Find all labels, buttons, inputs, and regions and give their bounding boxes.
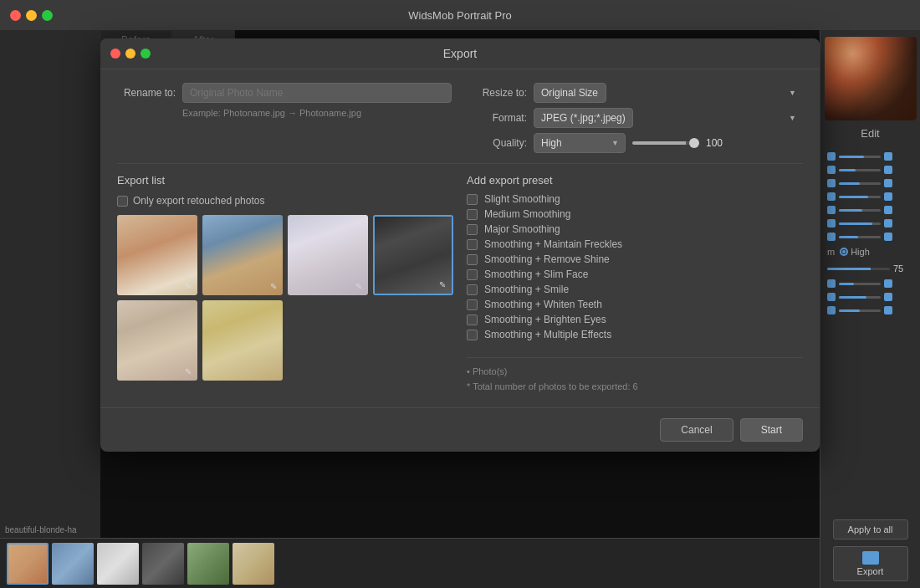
maximize-button[interactable]: [42, 10, 53, 21]
preset-section: Add export preset Slight Smoothing Mediu…: [467, 174, 803, 394]
preset-item-2[interactable]: Major Smoothing: [467, 223, 803, 235]
left-sidebar: beautiful-blonde-ha: [0, 30, 100, 538]
format-row: Format: JPEG (*.jpg;*.jpeg) PNG (*.png) …: [468, 108, 803, 128]
radio-dot: [840, 248, 848, 256]
title-bar: WidsMob Portrait Pro: [0, 0, 920, 30]
slider-icon-10: [827, 306, 836, 314]
dialog-overlay: Export Rename to: Example: Photoname.jpg…: [100, 30, 820, 538]
preset-item-9[interactable]: Smoothing + Multiple Effects: [467, 329, 803, 340]
app-title: WidsMob Portrait Pro: [408, 9, 512, 22]
only-retouched-checkbox[interactable]: [117, 196, 128, 207]
preset-item-4[interactable]: Smoothing + Remove Shine: [467, 253, 803, 265]
quality-form-label: Quality:: [468, 137, 527, 149]
preset-item-8[interactable]: Smoothing + Brighten Eyes: [467, 314, 803, 325]
slider-end-icon-6: [884, 219, 892, 228]
photo-thumb-4[interactable]: ✎: [373, 215, 453, 295]
preset-item-1[interactable]: Medium Smoothing: [467, 208, 803, 220]
photo-grid: ✎ ✎ ✎ ✎: [117, 215, 453, 381]
film-thumb-5[interactable]: [187, 543, 229, 585]
resize-select[interactable]: Original Size 1920x1080 1280x720: [534, 83, 606, 103]
slider-row-3: [820, 176, 920, 190]
preset-item-7[interactable]: Smoothing + Whiten Teeth: [467, 299, 803, 310]
photo-thumb-1[interactable]: ✎: [117, 215, 197, 295]
dialog-minimize-button[interactable]: [125, 49, 135, 59]
preset-checkbox-9[interactable]: [467, 330, 478, 340]
photo-thumb-3[interactable]: ✎: [288, 215, 368, 295]
slider-icon-3: [827, 179, 836, 187]
film-thumb-image-5: [187, 543, 229, 585]
slider-end-icon-8: [884, 279, 892, 288]
preset-checkbox-2[interactable]: [467, 224, 478, 235]
slider-4[interactable]: [839, 196, 881, 198]
preset-checkbox-5[interactable]: [467, 269, 478, 280]
preset-item-3[interactable]: Smoothing + Maintain Freckles: [467, 238, 803, 250]
film-thumb-2[interactable]: [52, 543, 94, 585]
rename-input[interactable]: [182, 83, 452, 103]
footer-info: • Photo(s) * Total number of photos to b…: [467, 357, 803, 394]
slider-3[interactable]: [839, 182, 881, 185]
preset-item-5[interactable]: Smoothing + Slim Face: [467, 268, 803, 280]
resize-select-wrapper: Original Size 1920x1080 1280x720: [534, 83, 803, 103]
preset-checkbox-1[interactable]: [467, 209, 478, 220]
export-side-label: Export: [857, 566, 884, 576]
quality-select[interactable]: High Low Medium Maximum: [534, 133, 626, 153]
preset-item-0[interactable]: Slight Smoothing: [467, 193, 803, 205]
film-thumb-6[interactable]: [233, 543, 274, 585]
film-thumb-3[interactable]: [97, 543, 139, 585]
total-note: * Total number of photos to be exported:…: [467, 380, 803, 395]
photo-thumb-2[interactable]: ✎: [202, 215, 283, 295]
export-side-button[interactable]: Export: [833, 546, 908, 581]
preset-label-8: Smoothing + Brighten Eyes: [484, 314, 606, 325]
resize-label: Resize to:: [468, 87, 527, 99]
preview-photo: [825, 37, 917, 120]
dialog-close-button[interactable]: [110, 49, 120, 59]
preset-checkbox-8[interactable]: [467, 314, 478, 325]
cancel-button[interactable]: Cancel: [660, 418, 733, 442]
minimize-button[interactable]: [26, 10, 37, 21]
slider-row-10: [820, 304, 920, 317]
slider-end-icon-9: [884, 293, 892, 301]
form-grid: Rename to: Example: Photoname.jpg → Phot…: [117, 83, 803, 153]
form-right: Resize to: Original Size 1920x1080 1280x…: [468, 83, 803, 153]
slider-10[interactable]: [839, 309, 881, 312]
close-button[interactable]: [10, 10, 21, 21]
slider-9[interactable]: [839, 296, 881, 299]
slider-5[interactable]: [839, 209, 881, 212]
slider-8[interactable]: [839, 283, 881, 285]
slider-7[interactable]: [839, 236, 881, 238]
photo-edit-icon-5: ✎: [182, 366, 194, 377]
format-select[interactable]: JPEG (*.jpg;*.jpeg) PNG (*.png) TIFF (*.…: [534, 108, 633, 128]
quality-row: m High: [820, 243, 920, 260]
preset-checkbox-3[interactable]: [467, 239, 478, 250]
photo-thumb-5[interactable]: ✎: [117, 300, 197, 381]
dialog-window-controls: [110, 49, 151, 59]
main-content: Export list Only export retouched photos…: [117, 174, 803, 394]
photo-thumb-6[interactable]: [202, 300, 283, 381]
only-retouched-label: Only export retouched photos: [133, 195, 264, 207]
dialog-maximize-button[interactable]: [141, 49, 151, 59]
format-select-wrapper: JPEG (*.jpg;*.jpeg) PNG (*.png) TIFF (*.…: [534, 108, 803, 128]
preset-label-3: Smoothing + Maintain Freckles: [484, 238, 622, 250]
value-number: 75: [893, 263, 913, 274]
quality-small-label: m: [827, 247, 835, 257]
quality-slider[interactable]: [632, 141, 699, 145]
start-button[interactable]: Start: [740, 418, 803, 442]
preset-item-6[interactable]: Smoothing + Smile: [467, 284, 803, 295]
value-slider[interactable]: [827, 268, 890, 270]
film-thumb-1[interactable]: [7, 543, 49, 585]
slider-6[interactable]: [839, 222, 881, 225]
slider-end-icon-7: [884, 233, 892, 241]
apply-all-button[interactable]: Apply to all: [833, 519, 908, 539]
slider-1[interactable]: [839, 156, 881, 158]
preset-checkbox-7[interactable]: [467, 299, 478, 310]
only-retouched-row[interactable]: Only export retouched photos: [117, 195, 453, 207]
slider-icon-4: [827, 192, 836, 201]
film-thumb-4[interactable]: [142, 543, 184, 585]
slider-2[interactable]: [839, 169, 881, 171]
preset-label-9: Smoothing + Multiple Effects: [484, 329, 611, 340]
high-radio[interactable]: High: [840, 247, 870, 257]
preset-checkbox-4[interactable]: [467, 254, 478, 265]
preset-checkbox-6[interactable]: [467, 284, 478, 295]
preset-checkbox-0[interactable]: [467, 194, 478, 205]
slider-end-icon-2: [884, 166, 892, 174]
